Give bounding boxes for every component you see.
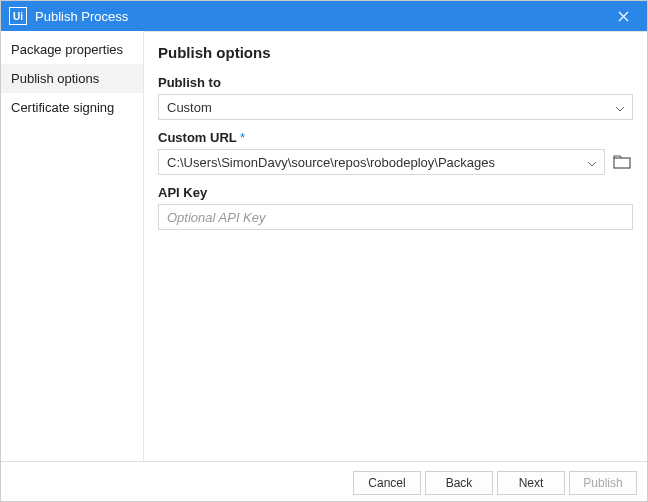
custom-url-label: Custom URL * bbox=[158, 130, 633, 145]
page-heading: Publish options bbox=[158, 44, 633, 61]
sidebar: Package properties Publish options Certi… bbox=[1, 31, 144, 461]
custom-url-field[interactable]: C:\Users\SimonDavy\source\repos\robodepl… bbox=[158, 149, 605, 175]
sidebar-item-label: Package properties bbox=[11, 42, 123, 57]
sidebar-item-package-properties[interactable]: Package properties bbox=[1, 35, 143, 64]
close-button[interactable] bbox=[607, 1, 639, 31]
window-title: Publish Process bbox=[35, 9, 607, 24]
main-panel: Publish options Publish to Custom Custom… bbox=[144, 31, 647, 461]
browse-button[interactable] bbox=[611, 152, 633, 172]
publish-to-label: Publish to bbox=[158, 75, 633, 90]
footer: Cancel Back Next Publish bbox=[1, 461, 647, 502]
publish-button[interactable]: Publish bbox=[569, 471, 637, 495]
back-button[interactable]: Back bbox=[425, 471, 493, 495]
custom-url-value: C:\Users\SimonDavy\source\repos\robodepl… bbox=[167, 155, 495, 170]
api-key-input[interactable] bbox=[158, 204, 633, 230]
sidebar-item-certificate-signing[interactable]: Certificate signing bbox=[1, 93, 143, 122]
svg-rect-0 bbox=[614, 158, 630, 168]
chevron-down-icon bbox=[588, 155, 596, 170]
sidebar-item-label: Publish options bbox=[11, 71, 99, 86]
close-icon bbox=[618, 11, 629, 22]
publish-to-value: Custom bbox=[167, 100, 212, 115]
cancel-button[interactable]: Cancel bbox=[353, 471, 421, 495]
body-area: Package properties Publish options Certi… bbox=[1, 31, 647, 461]
titlebar: Ui Publish Process bbox=[1, 1, 647, 31]
next-button[interactable]: Next bbox=[497, 471, 565, 495]
logo-text: Ui bbox=[13, 11, 23, 22]
sidebar-item-label: Certificate signing bbox=[11, 100, 114, 115]
app-logo: Ui bbox=[9, 7, 27, 25]
custom-url-label-text: Custom URL bbox=[158, 130, 236, 145]
api-key-label: API Key bbox=[158, 185, 633, 200]
chevron-down-icon bbox=[616, 100, 624, 115]
sidebar-item-publish-options[interactable]: Publish options bbox=[1, 64, 143, 93]
folder-icon bbox=[613, 155, 631, 169]
publish-to-select[interactable]: Custom bbox=[158, 94, 633, 120]
required-mark: * bbox=[240, 130, 245, 145]
